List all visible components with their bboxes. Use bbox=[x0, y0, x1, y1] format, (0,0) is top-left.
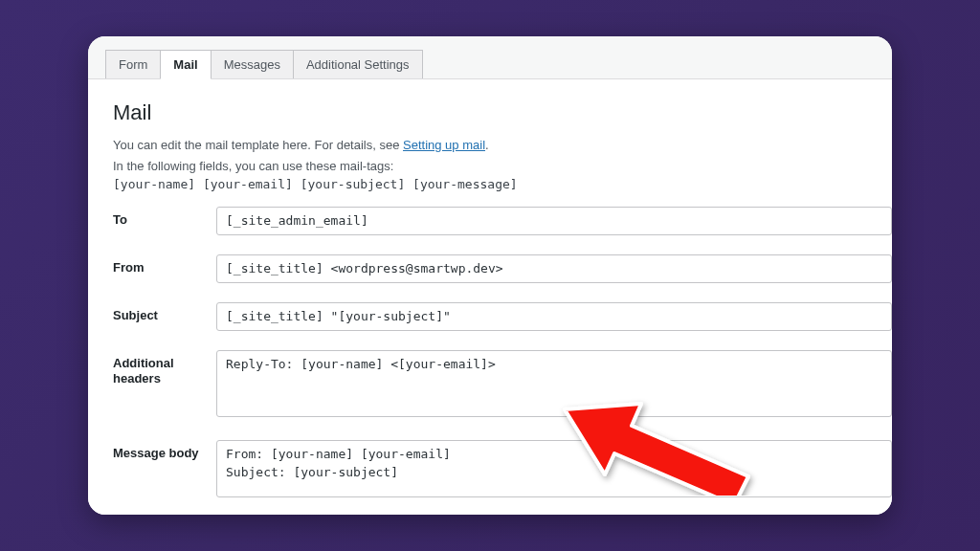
input-body[interactable]: From: [your-name] [your-email] Subject: … bbox=[216, 440, 892, 497]
row-from: From bbox=[113, 254, 892, 283]
tabs: Form Mail Messages Additional Settings bbox=[105, 50, 892, 78]
intro-suffix: . bbox=[485, 138, 489, 152]
tabs-container: Form Mail Messages Additional Settings bbox=[88, 36, 892, 79]
input-subject[interactable] bbox=[216, 302, 892, 331]
row-to: To bbox=[113, 207, 892, 235]
tab-mail[interactable]: Mail bbox=[160, 50, 211, 79]
section-heading: Mail bbox=[113, 100, 892, 125]
mail-content: Mail You can edit the mail template here… bbox=[88, 79, 892, 515]
tab-messages[interactable]: Messages bbox=[211, 50, 294, 78]
row-body: Message body From: [your-name] [your-ema… bbox=[113, 440, 892, 501]
label-subject: Subject bbox=[113, 302, 216, 323]
row-headers: Additional headers Reply-To: [your-name]… bbox=[113, 350, 892, 421]
label-body: Message body bbox=[113, 440, 216, 461]
mail-settings-panel: Form Mail Messages Additional Settings M… bbox=[88, 36, 892, 515]
intro-text: You can edit the mail template here. For… bbox=[113, 137, 892, 155]
input-headers[interactable]: Reply-To: [your-name] <[your-email]> bbox=[216, 350, 892, 417]
tags-instruction: In the following fields, you can use the… bbox=[113, 159, 892, 173]
tab-form[interactable]: Form bbox=[105, 50, 161, 78]
intro-prefix: You can edit the mail template here. For… bbox=[113, 138, 403, 152]
setting-up-mail-link[interactable]: Setting up mail bbox=[403, 138, 485, 152]
mail-tags-list: [your-name] [your-email] [your-subject] … bbox=[113, 177, 892, 191]
label-to: To bbox=[113, 207, 216, 228]
row-subject: Subject bbox=[113, 302, 892, 331]
label-from: From bbox=[113, 254, 216, 276]
tab-additional-settings[interactable]: Additional Settings bbox=[293, 50, 423, 78]
input-to[interactable] bbox=[216, 207, 892, 235]
label-headers: Additional headers bbox=[113, 350, 216, 386]
input-from[interactable] bbox=[216, 254, 892, 283]
